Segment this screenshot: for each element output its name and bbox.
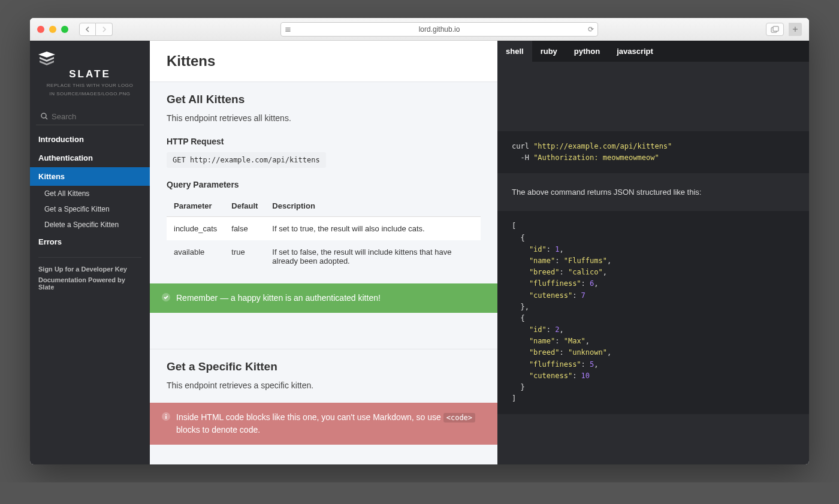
- svg-rect-1: [773, 26, 778, 31]
- page-header: Kittens: [150, 41, 497, 82]
- http-request-label: HTTP Request: [167, 137, 481, 146]
- sidebar-sub-get-specific-kitten[interactable]: Get a Specific Kitten: [30, 201, 150, 217]
- section-title: Get a Specific Kitten: [167, 360, 481, 373]
- url-text: lord.github.io: [419, 25, 460, 34]
- sidebar-item-errors[interactable]: Errors: [30, 233, 150, 251]
- query-params-label: Query Parameters: [167, 180, 481, 189]
- curl-example-1: curl "http://example.com/api/kittens" -H…: [497, 131, 809, 173]
- search-icon: [41, 113, 48, 120]
- section-title: Get All Kittens: [167, 93, 481, 106]
- documentation-column: Kittens Get All Kittens This endpoint re…: [150, 41, 497, 464]
- table-row: include_cats false If set to true, the r…: [167, 217, 481, 241]
- col-parameter: Parameter: [167, 195, 224, 217]
- tab-python[interactable]: python: [566, 41, 608, 62]
- window-controls: [37, 26, 68, 33]
- col-description: Description: [265, 195, 481, 217]
- svg-rect-7: [165, 414, 167, 415]
- nav-buttons: [79, 23, 113, 36]
- code-column: shell ruby python javascript curl "http:…: [497, 41, 809, 464]
- search-box[interactable]: [36, 108, 144, 125]
- sidebar-item-authentication[interactable]: Authentication: [30, 149, 150, 167]
- sidebar-item-kittens[interactable]: Kittens: [30, 167, 150, 186]
- cell-param: available: [167, 240, 224, 273]
- minimize-window-button[interactable]: [49, 26, 56, 33]
- reader-icon[interactable]: ≣: [285, 25, 291, 34]
- maximize-window-button[interactable]: [61, 26, 68, 33]
- check-circle-icon: [162, 293, 170, 301]
- tab-ruby[interactable]: ruby: [532, 41, 566, 62]
- cell-default: true: [224, 240, 265, 273]
- section-get-specific-kitten: Get a Specific Kitten This endpoint retr…: [150, 349, 497, 403]
- forward-button[interactable]: [96, 23, 113, 36]
- sidebar: SLATE REPLACE THIS WITH YOUR LOGO IN SOU…: [30, 41, 150, 464]
- content-area: SLATE REPLACE THIS WITH YOUR LOGO IN SOU…: [30, 41, 809, 464]
- logo-area: SLATE REPLACE THIS WITH YOUR LOGO IN SOU…: [30, 41, 150, 104]
- info-icon: [162, 412, 170, 421]
- section-desc: This endpoint retrieves a specific kitte…: [167, 379, 481, 392]
- callout-warning: Inside HTML code blocks like this one, y…: [150, 403, 497, 445]
- search-input[interactable]: [52, 112, 150, 121]
- tab-shell[interactable]: shell: [497, 41, 532, 62]
- http-request-line: GET http://example.com/api/kittens: [167, 152, 326, 168]
- titlebar: ≣ lord.github.io ⟳ +: [30, 18, 809, 41]
- language-tabs: shell ruby python javascript: [497, 41, 809, 62]
- sidebar-sub-get-all-kittens[interactable]: Get All Kittens: [30, 186, 150, 201]
- sidebar-divider: [38, 257, 141, 258]
- cell-param: include_cats: [167, 217, 224, 241]
- slate-logo-icon: [36, 50, 144, 66]
- callout-success: Remember — a happy kitten is an authenti…: [150, 283, 497, 313]
- tab-javascript[interactable]: javascript: [608, 41, 662, 62]
- back-button[interactable]: [79, 23, 96, 36]
- sidebar-sub-delete-specific-kitten[interactable]: Delete a Specific Kitten: [30, 217, 150, 233]
- browser-window: ≣ lord.github.io ⟳ + SLATE REPLACE THIS …: [30, 18, 809, 464]
- callout-text: Inside HTML code blocks like this one, y…: [176, 411, 485, 436]
- json-response-1: [ { "id": 1, "name": "Fluffums", "breed"…: [497, 211, 809, 414]
- callout-text: Remember — a happy kitten is an authenti…: [176, 292, 381, 304]
- footer-signup-link[interactable]: Sign Up for a Developer Key: [30, 264, 150, 274]
- cell-default: false: [224, 217, 265, 241]
- response-note-1: The above command returns JSON structure…: [497, 183, 809, 201]
- col-default: Default: [224, 195, 265, 217]
- new-tab-button[interactable]: +: [789, 23, 802, 36]
- reload-icon[interactable]: ⟳: [588, 25, 594, 34]
- show-tabs-button[interactable]: [766, 23, 784, 36]
- section-desc: This endpoint retrieves all kittens.: [167, 112, 481, 125]
- address-bar[interactable]: ≣ lord.github.io ⟳: [280, 22, 598, 37]
- brand-tagline-2: IN SOURCE/IMAGES/LOGO.PNG: [36, 91, 144, 97]
- cell-desc: If set to false, the result will include…: [265, 240, 481, 273]
- sidebar-item-introduction[interactable]: Introduction: [30, 130, 150, 149]
- query-params-table: Parameter Default Description include_ca…: [167, 195, 481, 273]
- brand-tagline-1: REPLACE THIS WITH YOUR LOGO: [36, 83, 144, 89]
- svg-rect-6: [165, 416, 167, 419]
- close-window-button[interactable]: [37, 26, 44, 33]
- callout-code: <code>: [443, 413, 475, 422]
- page-title: Kittens: [167, 53, 481, 70]
- footer-powered-link[interactable]: Documentation Powered by Slate: [30, 274, 150, 292]
- table-row: available true If set to false, the resu…: [167, 240, 481, 273]
- svg-point-2: [41, 113, 46, 118]
- svg-line-3: [46, 117, 47, 119]
- section-get-all-kittens: Get All Kittens This endpoint retrieves …: [150, 82, 497, 283]
- cell-desc: If set to true, the result will also inc…: [265, 217, 481, 241]
- brand-name: SLATE: [36, 68, 144, 80]
